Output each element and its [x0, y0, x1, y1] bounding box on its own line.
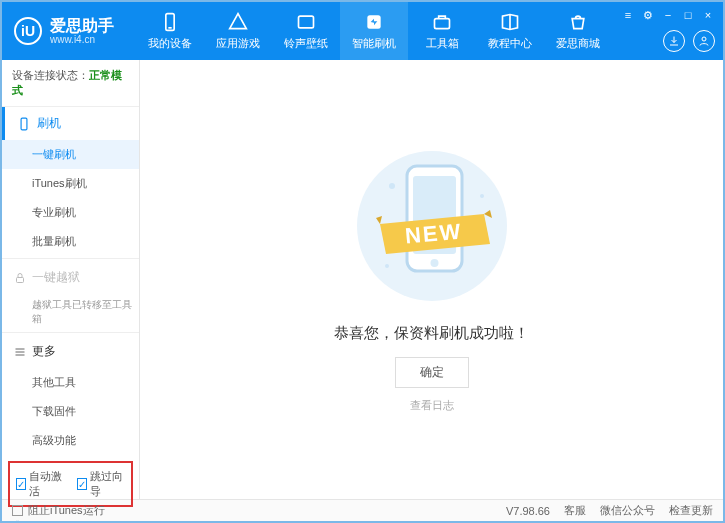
apps-icon	[228, 12, 248, 32]
svg-point-15	[480, 194, 484, 198]
tab-ringtones[interactable]: 铃声壁纸	[272, 2, 340, 60]
section-label: 一键越狱	[32, 269, 80, 286]
section-label: 刷机	[37, 115, 61, 132]
sidebar-item-other-tools[interactable]: 其他工具	[2, 368, 139, 397]
svg-rect-4	[435, 18, 450, 28]
menu-icon	[14, 346, 26, 358]
success-message: 恭喜您，保资料刷机成功啦！	[334, 324, 529, 343]
nav-tabs: 我的设备 应用游戏 铃声壁纸 智能刷机 工具箱 教程中心 爱思商城	[136, 2, 612, 60]
version-label: V7.98.66	[506, 505, 550, 517]
tab-label: 爱思商城	[556, 36, 600, 51]
book-icon	[500, 12, 520, 32]
device-icon	[160, 12, 180, 32]
sidebar-item-oneclick[interactable]: 一键刷机	[2, 140, 139, 169]
download-button[interactable]	[663, 30, 685, 52]
svg-point-19	[430, 259, 438, 267]
user-icon	[698, 35, 710, 47]
sidebar-item-batch[interactable]: 批量刷机	[2, 227, 139, 256]
jailbreak-note: 越狱工具已转移至工具箱	[2, 294, 139, 330]
checkbox-label: 自动激活	[29, 469, 64, 499]
section-label: 更多	[32, 343, 56, 360]
flash-icon	[364, 12, 384, 32]
brand-logo-icon: iU	[14, 17, 42, 45]
sidebar-item-advanced[interactable]: 高级功能	[2, 426, 139, 455]
download-icon	[668, 35, 680, 47]
svg-point-14	[389, 183, 395, 189]
sidebar-section-jailbreak: 一键越狱	[2, 261, 139, 294]
sidebar: 设备连接状态：正常模式 刷机 一键刷机 iTunes刷机 专业刷机 批量刷机 一…	[2, 60, 140, 499]
phone-icon	[12, 519, 23, 523]
main-content: NEW 恭喜您，保资料刷机成功啦！ 确定 查看日志	[140, 60, 723, 499]
options-highlight: ✓ 自动激活 ✓ 跳过向导	[8, 461, 133, 507]
block-itunes-label: 阻止iTunes运行	[28, 503, 105, 518]
wechat-link[interactable]: 微信公众号	[600, 503, 655, 518]
close-icon[interactable]: ×	[701, 8, 715, 22]
settings-icon[interactable]: ⚙	[641, 8, 655, 22]
tab-label: 应用游戏	[216, 36, 260, 51]
sidebar-item-pro[interactable]: 专业刷机	[2, 198, 139, 227]
checkbox-icon: ✓	[16, 478, 26, 490]
svg-rect-7	[21, 118, 27, 130]
tab-my-device[interactable]: 我的设备	[136, 2, 204, 60]
customer-service-link[interactable]: 客服	[564, 503, 586, 518]
tab-label: 工具箱	[426, 36, 459, 51]
confirm-button[interactable]: 确定	[395, 357, 469, 388]
menu-icon[interactable]: ≡	[621, 8, 635, 22]
brand-title: 爱思助手	[50, 17, 114, 35]
tab-label: 铃声壁纸	[284, 36, 328, 51]
checkbox-block-itunes[interactable]	[12, 505, 23, 516]
checkbox-skip-guide[interactable]: ✓ 跳过向导	[77, 469, 126, 499]
check-update-link[interactable]: 检查更新	[669, 503, 713, 518]
tab-flash[interactable]: 智能刷机	[340, 2, 408, 60]
store-icon	[568, 12, 588, 32]
sidebar-item-itunes[interactable]: iTunes刷机	[2, 169, 139, 198]
toolbox-icon	[432, 12, 452, 32]
brand-url: www.i4.cn	[50, 34, 114, 45]
checkbox-icon: ✓	[77, 478, 87, 490]
tab-label: 教程中心	[488, 36, 532, 51]
tab-tutorials[interactable]: 教程中心	[476, 2, 544, 60]
status-label: 设备连接状态：	[12, 69, 89, 81]
success-illustration: NEW	[352, 146, 512, 306]
tab-store[interactable]: 爱思商城	[544, 2, 612, 60]
lock-icon	[14, 272, 26, 284]
svg-point-16	[385, 264, 389, 268]
svg-rect-2	[299, 16, 314, 28]
brand: iU 爱思助手 www.i4.cn	[2, 17, 126, 46]
sidebar-section-flash[interactable]: 刷机	[2, 107, 139, 140]
checkbox-auto-activate[interactable]: ✓ 自动激活	[16, 469, 65, 499]
tab-toolbox[interactable]: 工具箱	[408, 2, 476, 60]
svg-rect-8	[17, 277, 24, 282]
device-status: 设备连接状态：正常模式	[2, 60, 139, 107]
wallpaper-icon	[296, 12, 316, 32]
app-header: iU 爱思助手 www.i4.cn 我的设备 应用游戏 铃声壁纸 智能刷机 工具…	[2, 2, 723, 60]
tab-label: 智能刷机	[352, 36, 396, 51]
sidebar-item-download-fw[interactable]: 下载固件	[2, 397, 139, 426]
user-button[interactable]	[693, 30, 715, 52]
minimize-icon[interactable]: −	[661, 8, 675, 22]
phone-icon	[17, 117, 31, 131]
ribbon-text: NEW	[403, 219, 462, 249]
tab-label: 我的设备	[148, 36, 192, 51]
checkbox-label: 跳过向导	[90, 469, 125, 499]
svg-point-6	[702, 37, 706, 41]
maximize-icon[interactable]: □	[681, 8, 695, 22]
sidebar-section-more[interactable]: 更多	[2, 335, 139, 368]
tab-apps[interactable]: 应用游戏	[204, 2, 272, 60]
view-log-link[interactable]: 查看日志	[410, 398, 454, 413]
